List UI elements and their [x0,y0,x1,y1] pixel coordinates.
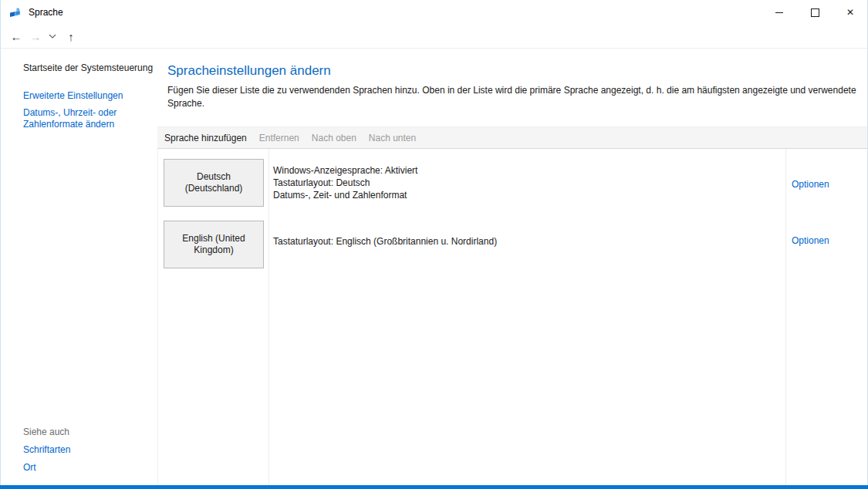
language-tile-deutsch[interactable]: Deutsch (Deutschland) [164,159,264,207]
detail-line: Tastaturlayout: Englisch (Großbritannien… [273,235,497,248]
options-link-english[interactable]: Optionen [792,235,829,246]
sidebar-item-erweiterte-einstellungen[interactable]: Erweiterte Einstellungen [23,90,123,102]
minimize-icon [775,12,783,13]
add-language-button[interactable]: Sprache hinzufügen [164,133,247,143]
move-down-button: Nach unten [369,133,416,143]
maximize-icon [811,8,819,17]
options-link-deutsch[interactable]: Optionen [792,179,829,190]
sidebar: Startseite der Systemsteuerung Erweitert… [0,49,157,485]
detail-line: Windows-Anzeigesprache: Aktiviert [273,164,417,177]
close-icon: ✕ [846,7,854,18]
window-border-bottom [0,485,868,489]
app-language-icon [9,6,22,19]
language-details: Windows-Anzeigesprache: Aktiviert Tastat… [273,164,417,201]
window-title: Sprache [29,7,63,18]
detail-line: Datums-, Zeit- und Zahlenformat [273,189,417,201]
main-content: Spracheinstellungen ändern Fügen Sie die… [157,49,868,485]
list-gridline [269,149,269,485]
sidebar-item-ort[interactable]: Ort [23,462,36,474]
window-controls: ✕ [762,0,868,25]
forward-button: → [26,25,45,48]
navigation-bar: ← → ↑ › Systemsteuerung › Zeit, Sprache … [0,25,868,49]
page-title: Spracheinstellungen ändern [167,63,331,79]
sidebar-item-schriftarten[interactable]: Schriftarten [23,444,70,456]
language-list: Deutsch (Deutschland) Windows-Anzeigespr… [157,149,868,485]
language-details: Tastaturlayout: Englisch (Großbritannien… [273,235,497,248]
page-description: Fügen Sie dieser Liste die zu verwendend… [167,84,860,110]
language-tile-english[interactable]: English (United Kingdom) [164,221,264,268]
close-button[interactable]: ✕ [833,0,868,25]
maximize-button[interactable] [797,0,833,25]
language-toolbar: Sprache hinzufügen Entfernen Nach oben N… [157,126,868,149]
sidebar-item-formate-aendern[interactable]: Datums-, Uhrzeit- oder Zahlenformate änd… [23,107,143,130]
chevron-down-icon [49,34,56,39]
history-dropdown-button[interactable] [46,25,59,48]
sidebar-item-home[interactable]: Startseite der Systemsteuerung [23,62,153,74]
see-also-header: Siehe auch [23,427,69,438]
titlebar: Sprache ✕ [0,0,868,25]
list-gridline [785,149,786,485]
back-button[interactable]: ← [6,25,26,48]
minimize-button[interactable] [762,0,797,25]
window-border-left [0,0,1,485]
detail-line: Tastaturlayout: Deutsch [273,177,417,189]
up-button[interactable]: ↑ [61,25,81,48]
move-up-button: Nach oben [312,133,356,143]
remove-button: Entfernen [259,133,299,143]
